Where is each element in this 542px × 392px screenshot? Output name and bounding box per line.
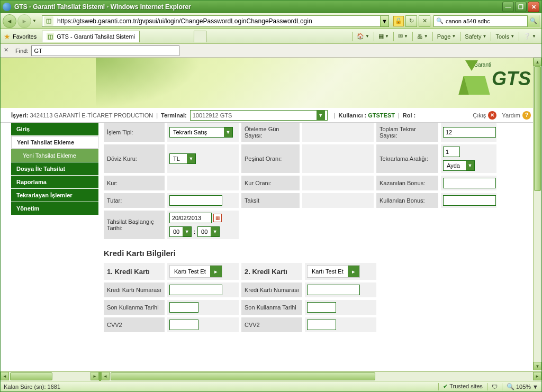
home-button[interactable]: 🏠▼	[355, 31, 372, 42]
terminal-select[interactable]: 10012912 GTS ▼	[190, 110, 328, 121]
feeds-button[interactable]: ▦▼	[376, 31, 391, 42]
doviz-label: Döviz Kuru:	[104, 144, 165, 173]
search-go-button[interactable]: 🔍	[527, 15, 539, 27]
minute-select[interactable]: 00▼	[197, 226, 220, 237]
logo: GTS	[456, 63, 531, 95]
safety-menu[interactable]: Safety▼	[463, 31, 489, 42]
history-dropdown[interactable]: ▼	[32, 19, 39, 23]
address-dropdown[interactable]: ▼	[380, 16, 389, 26]
sidebar-item-tekrarlayan[interactable]: Tekrarlayan İşlemler	[11, 189, 98, 202]
card2-expiry-input[interactable]	[307, 302, 336, 313]
find-bar: ✕ Find:	[1, 44, 541, 58]
maximize-button[interactable]: ❐	[515, 2, 527, 12]
minimize-button[interactable]: —	[502, 2, 514, 12]
find-label: Find:	[15, 48, 28, 54]
sidebar-item-raporlama[interactable]: Raporlama	[11, 176, 98, 188]
doviz-select[interactable]: TL▼	[169, 153, 196, 164]
kur-orani-label: Kur Oranı:	[241, 176, 300, 190]
help-button[interactable]: Yardım?	[502, 111, 531, 120]
refresh-button[interactable]: ↻	[405, 15, 417, 27]
help-button[interactable]: ❔▼	[521, 31, 538, 42]
status-bar: Kalan Süre (sn): 1681 ✔Trusted sites 🛡 🔍…	[1, 381, 541, 391]
card2-number-label: Kredi Kartı Numarası	[241, 282, 302, 297]
close-button[interactable]: ✕	[528, 2, 539, 12]
lock-icon[interactable]: 🔒	[393, 16, 404, 26]
card1-cvv-input[interactable]	[169, 320, 198, 330]
page-menu[interactable]: Page▼	[435, 31, 458, 42]
ie-icon	[3, 3, 11, 11]
card2-expiry-label: Son Kullanma Tarihi	[241, 300, 302, 315]
browser-navbar: ◄ ► ▼ ◫ ▼ 🔒 ↻ ✕ 🔍 🔍	[1, 13, 541, 29]
close-icon: ✕	[488, 111, 496, 120]
kazanilan-bonus-input[interactable]	[443, 178, 496, 188]
toplam-tekrar-input[interactable]	[443, 127, 496, 138]
favorites-label[interactable]: Favorites	[13, 33, 37, 40]
card2-header: 2. Kredi Kartı	[241, 263, 302, 280]
zoom-control[interactable]: 🔍 105% ▼	[507, 383, 538, 390]
hour-select[interactable]: 00▼	[169, 226, 192, 237]
tab-title: GTS - Garanti Tahsilat Sistemi	[57, 33, 135, 40]
islem-tipi-select[interactable]: Tekrarlı Satış▼	[169, 127, 233, 138]
trusted-sites[interactable]: ✔Trusted sites	[443, 383, 483, 390]
tekrarlama-unit-select[interactable]: Ayda▼	[443, 160, 475, 171]
horizontal-scrollbar-left[interactable]: ◄►	[1, 372, 99, 381]
kullanilan-bonus-label: Kullanılan Bonus:	[376, 193, 438, 208]
cards-section-title: Kredi Kartı Bilgileri	[104, 249, 531, 258]
horizontal-scrollbar-right[interactable]: ◄►	[101, 372, 541, 381]
tarih-label: Tahsilat Başlangıç Tarihi:	[104, 211, 165, 239]
sidebar-item-giris[interactable]: Giriş	[11, 123, 98, 135]
pesinat-label: Peşinat Oranı:	[241, 144, 300, 173]
card1-test-button[interactable]: Kartı Test Et▸	[169, 265, 222, 278]
card1-number-label: Kredi Kartı Numarası	[104, 282, 165, 297]
logo-text: GTS	[492, 69, 531, 88]
sidebar-item-yeni-tahsilat[interactable]: Yeni Tahsilat Ekleme	[11, 136, 98, 149]
search-input[interactable]	[446, 18, 527, 24]
tools-menu[interactable]: Tools▼	[493, 31, 517, 42]
mail-button[interactable]: ✉▼	[396, 31, 410, 42]
back-button[interactable]: ◄	[3, 14, 16, 28]
stop-button[interactable]: ✕	[419, 15, 430, 27]
oteleme-label: Öteleme Gün Sayısı:	[241, 123, 300, 142]
forward-button[interactable]: ►	[17, 14, 31, 28]
find-close-icon[interactable]: ✕	[4, 47, 12, 55]
islem-tipi-label: İşlem Tipi:	[104, 123, 165, 142]
date-input[interactable]	[169, 213, 212, 223]
url-input[interactable]	[55, 17, 380, 25]
calendar-icon[interactable]: ▦	[213, 214, 222, 222]
site-icon: ◫	[44, 16, 53, 26]
help-icon: ?	[522, 111, 531, 120]
browser-tab[interactable]: ◫ GTS - Garanti Tahsilat Sistemi	[42, 31, 140, 42]
print-button[interactable]: 🖶▼	[415, 31, 430, 42]
sidebar-item-dosya[interactable]: Dosya İle Tahsilat	[11, 162, 98, 175]
chevron-down-icon[interactable]: ▼	[317, 111, 325, 120]
card2-cvv-label: CVV2	[241, 317, 302, 332]
terminal-label: Terminal:	[161, 112, 187, 118]
card1-expiry-input[interactable]	[169, 302, 198, 313]
form-area: İşlem Tipi: Tekrarlı Satış▼ Öteleme Gün …	[98, 123, 541, 371]
card2-test-button[interactable]: Kartı Test Et▸	[307, 265, 360, 278]
kullanici-label: Kullanıcı :	[339, 112, 367, 118]
logout-button[interactable]: Çıkış✕	[473, 111, 496, 120]
kullanilan-bonus-input[interactable]	[443, 195, 496, 206]
rol-label: Rol :	[403, 112, 415, 118]
terminal-value: 10012912 GTS	[193, 112, 232, 118]
find-input[interactable]	[31, 45, 179, 56]
sidebar: Giriş Yeni Tahsilat Ekleme Yeni Tahsilat…	[1, 123, 98, 371]
sidebar-sub-yeni-tahsilat[interactable]: Yeni Tahsilat Ekleme	[11, 149, 98, 162]
card2-cvv-input[interactable]	[307, 320, 336, 330]
protected-mode-icon[interactable]: 🛡	[492, 384, 498, 390]
window-title: GTS - Garanti Tahsilat Sistemi - Windows…	[14, 3, 501, 11]
card1-cvv-label: CVV2	[104, 317, 165, 332]
new-tab-button[interactable]	[194, 31, 206, 42]
favorites-star-icon[interactable]: ★	[4, 32, 11, 41]
window-titlebar: GTS - Garanti Tahsilat Sistemi - Windows…	[1, 1, 541, 13]
header-banner: Garanti GTS	[1, 58, 541, 108]
taksit-label: Taksit	[241, 193, 300, 208]
tutar-input[interactable]	[169, 195, 222, 206]
card1-number-input[interactable]	[169, 285, 222, 295]
vertical-scrollbar[interactable]: ▲ ▼	[533, 58, 541, 370]
sidebar-item-yonetim[interactable]: Yönetim	[11, 202, 98, 215]
vertical-scroll-thumb[interactable]	[534, 66, 541, 191]
tekrarlama-number-input[interactable]	[443, 147, 460, 157]
card2-number-input[interactable]	[307, 285, 360, 295]
